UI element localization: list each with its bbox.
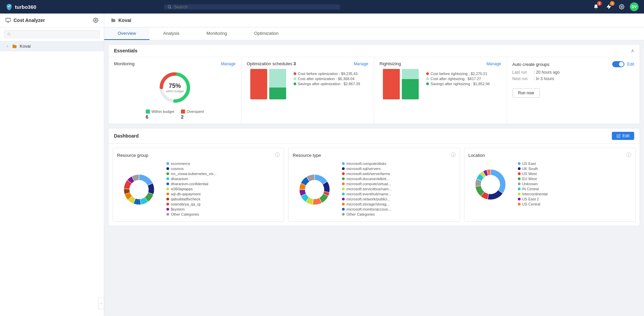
user-avatar[interactable]: DV <box>630 2 639 11</box>
alerts-badge: 1 <box>610 1 615 6</box>
legend-dot <box>166 213 169 216</box>
sidebar-settings-icon[interactable] <box>93 18 98 23</box>
legend-dot <box>342 183 345 185</box>
location-header: Location ⓘ <box>468 152 631 158</box>
location-card: Location ⓘ US EastUK SouthUS WestEU West… <box>464 148 636 222</box>
legend-dot <box>166 167 169 170</box>
legend-item: cosmos <box>166 167 280 171</box>
tab-monitoring[interactable]: Monitoring <box>193 27 241 40</box>
auto-create-cell: Auto create groups Edit Last run : 20 ho… <box>507 57 640 124</box>
monitoring-manage-link[interactable]: Manage <box>221 62 235 66</box>
resource-type-donut <box>293 168 337 212</box>
legend-item: dharanivm <box>166 177 280 181</box>
legend-dot <box>518 177 521 180</box>
resource-group-legend: ecommercecosmosmc_viswa-kubernetes_vis..… <box>166 162 280 217</box>
settings-button[interactable] <box>617 2 626 11</box>
optimization-header: Optimization schedules 3 Manage <box>247 61 369 66</box>
dashboard-header: Dashboard Edit <box>109 128 640 144</box>
dashboard-section: Dashboard Edit Resource group ⓘ ecommerc… <box>108 128 640 226</box>
monitoring-donut-wrapper: 75% within budget <box>156 69 193 106</box>
legend-item: sql-db-qapayment <box>166 192 280 196</box>
search-bar[interactable] <box>164 4 340 9</box>
sidebar-item-kovai[interactable]: Kovai <box>0 41 104 51</box>
resource-group-chart-row: ecommercecosmosmc_viswa-kubernetes_vis..… <box>117 162 280 217</box>
sidebar-title: Cost Analyzer <box>5 18 45 23</box>
auto-create-toggle[interactable] <box>612 61 624 67</box>
run-now-button[interactable]: Run now <box>512 88 540 98</box>
sidebar-search[interactable] <box>4 30 100 38</box>
svg-point-3 <box>621 6 622 7</box>
legend-dot <box>166 203 169 205</box>
rightsizing-manage-link[interactable]: Manage <box>486 62 501 66</box>
resource-group-info-icon[interactable]: ⓘ <box>275 152 280 158</box>
legend-dot <box>518 162 521 165</box>
legend-item: qabuildadfixcheck <box>166 197 280 201</box>
legend-dot <box>518 172 521 175</box>
notifications-button[interactable]: 3 <box>591 2 601 11</box>
within-budget-legend: Within budget 6 <box>146 110 174 120</box>
bar-after-rightsizing <box>402 69 419 99</box>
svg-line-1 <box>170 7 171 8</box>
dashboard-title: Dashboard <box>114 133 139 139</box>
page-breadcrumb: Kovai <box>118 18 131 23</box>
legend-item: $system <box>166 207 280 211</box>
legend-item: microsoft.sql/servers <box>342 167 455 171</box>
optimization-legend: Cost before optimization : $9,235.43 Cos… <box>294 72 360 87</box>
legend-dot <box>518 203 521 205</box>
rightsizing-cell: Rightsizing Manage <box>374 57 507 124</box>
legend-dot <box>342 193 345 195</box>
legend-dot <box>342 162 345 165</box>
essentials-collapse-button[interactable]: ∧ <box>631 48 634 53</box>
sidebar-search-input[interactable] <box>13 32 97 37</box>
optimization-manage-link[interactable]: Manage <box>354 62 368 66</box>
tab-analysis[interactable]: Analysis <box>150 27 193 40</box>
bar-before-rightsizing <box>383 69 400 99</box>
legend-item: microsoft.storage/storag... <box>342 202 455 206</box>
app-logo[interactable]: turbo360 <box>5 3 36 10</box>
legend-dot <box>342 167 345 170</box>
legend-item: microsoft.network/publici... <box>342 197 455 201</box>
legend-dot <box>518 198 521 200</box>
search-input[interactable] <box>174 4 336 9</box>
dashboard-edit-button[interactable]: Edit <box>612 132 634 140</box>
edit-icon <box>617 134 621 138</box>
legend-dot <box>342 213 345 216</box>
svg-point-7 <box>95 20 96 21</box>
chevron-right-icon <box>5 44 9 48</box>
svg-point-8 <box>8 33 10 35</box>
location-info-icon[interactable]: ⓘ <box>626 152 631 158</box>
monitoring-header: Monitoring Manage <box>114 61 236 66</box>
tab-overview[interactable]: Overview <box>104 27 150 40</box>
resource-type-info-icon[interactable]: ⓘ <box>451 152 456 158</box>
legend-item: sl360apiapps <box>166 187 280 191</box>
tab-optimization[interactable]: Optimization <box>240 27 292 40</box>
svg-point-0 <box>168 5 170 8</box>
next-run-info: Next run : In 3 hours <box>512 76 635 81</box>
auto-create-header: Auto create groups Edit <box>512 61 635 67</box>
legend-item: US East <box>518 162 631 166</box>
legend-dot <box>166 162 169 165</box>
location-legend: US EastUK SouthUS WestEU WestUnknownIN C… <box>518 162 631 207</box>
legend-dot <box>342 203 345 205</box>
search-icon <box>167 5 172 9</box>
sidebar-header: Cost Analyzer <box>0 14 104 27</box>
legend-item: Other Categories <box>342 212 455 216</box>
within-budget-bar <box>146 110 150 114</box>
resource-group-header: Resource group ⓘ <box>117 152 280 158</box>
overspent-bar <box>181 110 185 114</box>
cost-analyzer-icon <box>5 18 11 23</box>
legend-dot <box>342 198 345 200</box>
auto-create-edit-link[interactable]: Edit <box>627 62 634 67</box>
legend-dot <box>518 193 521 195</box>
rightsizing-header: Rightsizing Manage <box>380 61 501 66</box>
legend-dot <box>166 172 169 175</box>
sidebar-collapse-button[interactable]: ‹ <box>98 297 104 309</box>
legend-item: microsoft.monitor/accoun... <box>342 207 455 211</box>
location-donut <box>468 163 512 206</box>
monitoring-donut: 75% within budget Within budget 6 <box>114 69 236 120</box>
legend-item: microsoft.servicebus/nam... <box>342 187 455 191</box>
alerts-button[interactable]: 1 <box>604 2 614 11</box>
bar-before-optimization <box>250 69 267 99</box>
legend-item: IN Central <box>518 187 631 191</box>
resource-type-header: Resource type ⓘ <box>293 152 455 158</box>
